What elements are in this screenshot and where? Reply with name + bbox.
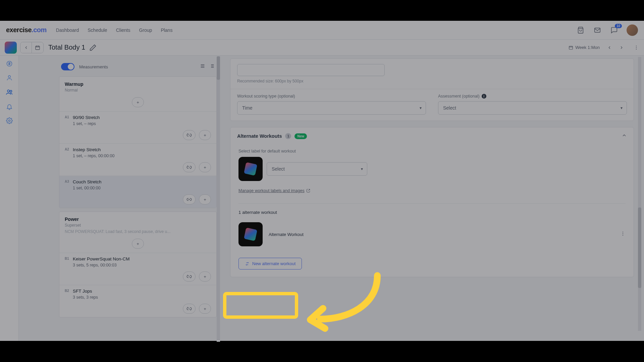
- add-exercise-button[interactable]: +: [132, 97, 144, 107]
- exercise-detail: 1 set, – reps, 00:00:00: [73, 154, 211, 158]
- exercise-code: B2: [65, 289, 69, 293]
- alternate-workout-item[interactable]: Alternate Workout: [238, 220, 626, 248]
- unlink-icon[interactable]: [183, 272, 196, 282]
- svg-point-10: [8, 120, 10, 122]
- exercise-detail: 3 sets, 5 reps, 00:00:03: [73, 263, 211, 267]
- default-label-text: Select label for default workout: [238, 149, 626, 154]
- svg-point-11: [623, 232, 623, 232]
- svg-point-3: [636, 46, 637, 46]
- exercise-code: A2: [65, 147, 69, 151]
- alternate-workout-thumb: [238, 222, 263, 246]
- assessment-select[interactable]: Select: [438, 101, 627, 115]
- link-icon[interactable]: [183, 194, 196, 204]
- rail-bell-icon[interactable]: [6, 103, 13, 111]
- add-set-button[interactable]: +: [199, 194, 211, 204]
- exercise-row[interactable]: B2 SFT Jops 3 sets, 3 reps: [59, 285, 216, 301]
- exercise-code: A1: [65, 115, 69, 119]
- exercise-name: Instep Stretch: [73, 147, 211, 152]
- next-day-button[interactable]: [616, 43, 627, 53]
- add-set-button[interactable]: +: [199, 162, 211, 172]
- nav-schedule[interactable]: Schedule: [88, 27, 107, 33]
- block-description: NCM POWERSQUAT: Load fast, 3 second paus…: [65, 229, 211, 234]
- app-logo-square: [5, 42, 17, 54]
- calendar-button[interactable]: [32, 42, 43, 53]
- back-button[interactable]: [20, 42, 32, 53]
- svg-point-8: [7, 90, 9, 92]
- svg-point-4: [636, 47, 637, 48]
- exercise-code: B1: [65, 257, 69, 260]
- notification-badge: 10: [615, 24, 622, 28]
- alternate-count: 1: [285, 133, 291, 139]
- info-icon[interactable]: i: [482, 94, 486, 99]
- svg-point-5: [636, 49, 637, 49]
- page-title: Total Body 1: [48, 44, 85, 51]
- add-set-button[interactable]: +: [199, 272, 211, 282]
- add-set-button[interactable]: +: [199, 304, 211, 314]
- subheader: Total Body 1 Week 1:Mon: [0, 40, 644, 56]
- rail-group-icon[interactable]: [6, 88, 13, 97]
- image-upload-placeholder[interactable]: [237, 64, 385, 76]
- settings-column: Recommended size: 600px by 500px Workout…: [217, 56, 644, 341]
- nav-plans[interactable]: Plans: [161, 27, 172, 33]
- default-workout-thumb: [238, 157, 263, 181]
- rail-money-icon[interactable]: [6, 60, 13, 68]
- unlink-icon[interactable]: [183, 130, 196, 140]
- exercise-name: 90/90 Stretch: [73, 115, 211, 120]
- list-icon[interactable]: [200, 63, 205, 70]
- add-set-button[interactable]: +: [199, 130, 211, 140]
- reorder-icon[interactable]: [209, 63, 215, 70]
- chat-icon[interactable]: 10: [610, 26, 619, 35]
- new-tag: New: [294, 133, 307, 139]
- week-label: Week 1:Mon: [575, 45, 600, 50]
- svg-point-9: [10, 90, 12, 93]
- measurements-label: Measurements: [79, 64, 108, 69]
- alternate-list-heading: 1 alternate workout: [238, 210, 626, 215]
- brand-text-a: exercise: [6, 26, 32, 34]
- scoring-type-label: Workout scoring type (optional): [237, 94, 426, 99]
- exercise-detail: 1 set, – reps: [73, 121, 211, 126]
- week-selector[interactable]: Week 1:Mon: [569, 45, 600, 50]
- add-exercise-button[interactable]: +: [132, 239, 144, 249]
- alternate-item-more-icon[interactable]: [620, 231, 626, 238]
- exercise-row[interactable]: A2 Instep Stretch 1 set, – reps, 00:00:0…: [59, 143, 216, 160]
- brand-text-b: .com: [32, 26, 47, 34]
- manage-labels-link[interactable]: Manage workout labels and images: [238, 188, 310, 193]
- shopping-bag-icon[interactable]: [576, 26, 585, 35]
- collapse-icon[interactable]: [622, 133, 627, 139]
- default-label-select[interactable]: Select: [267, 162, 367, 176]
- block-subtitle: Superset: [65, 223, 211, 228]
- exercise-name: Couch Stretch: [73, 179, 211, 184]
- exercise-row[interactable]: A1 90/90 Stretch 1 set, – reps: [59, 111, 216, 127]
- nav-group[interactable]: Group: [139, 27, 152, 33]
- image-size-hint: Recommended size: 600px by 500px: [237, 79, 627, 83]
- block-title: Warmup: [65, 81, 211, 87]
- svg-point-7: [8, 75, 10, 78]
- nav-clients[interactable]: Clients: [116, 27, 130, 33]
- mail-icon[interactable]: [593, 26, 602, 35]
- block-warmup: Warmup Normal + A1 90/90 Stretch 1 set, …: [59, 76, 217, 208]
- measurements-toggle[interactable]: [61, 63, 74, 70]
- exercise-detail: 1 set, 00:00:00: [73, 186, 211, 190]
- new-alternate-workout-button[interactable]: New alternate workout: [238, 258, 302, 269]
- top-nav: exercise.com Dashboard Schedule Clients …: [0, 21, 644, 40]
- unlink-icon[interactable]: [183, 304, 196, 314]
- block-subtitle: Normal: [65, 88, 211, 93]
- assessment-label: Assessment (optional): [438, 94, 480, 99]
- right-scrollbar[interactable]: [638, 57, 641, 331]
- alternate-workouts-card: Alternate Workouts 1 New Select label fo…: [230, 127, 634, 277]
- user-avatar[interactable]: [627, 24, 638, 36]
- scoring-type-select[interactable]: Time: [237, 101, 426, 115]
- exercise-code: A3: [65, 180, 69, 183]
- exercise-row[interactable]: B1 Keiser PowerSquat Non-CM 3 sets, 5 re…: [59, 253, 216, 269]
- image-card: Recommended size: 600px by 500px Workout…: [230, 58, 634, 121]
- edit-title-icon[interactable]: [89, 43, 97, 52]
- nav-dashboard[interactable]: Dashboard: [56, 27, 79, 33]
- exercise-row[interactable]: A3 Couch Stretch 1 set, 00:00:00: [59, 176, 216, 192]
- brand-logo: exercise.com: [6, 26, 47, 34]
- unlink-icon[interactable]: [183, 162, 196, 172]
- svg-point-13: [623, 235, 623, 236]
- rail-gear-icon[interactable]: [6, 117, 13, 125]
- more-menu-button[interactable]: [631, 43, 641, 53]
- prev-day-button[interactable]: [604, 43, 614, 53]
- rail-user-icon[interactable]: [6, 74, 13, 82]
